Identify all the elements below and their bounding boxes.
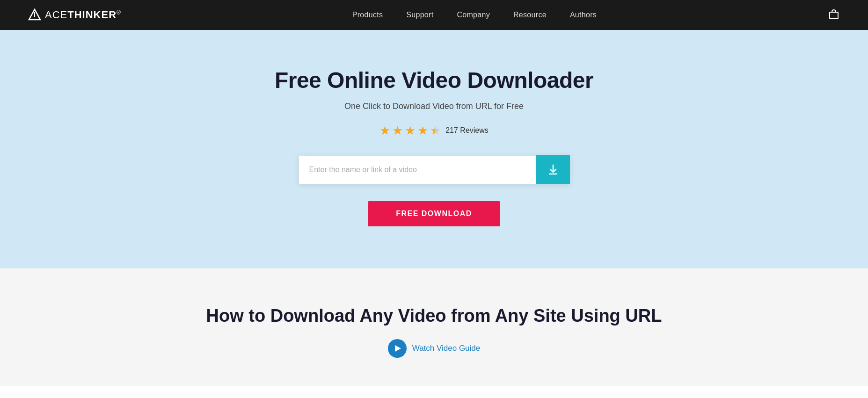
watch-guide-row: Watch Video Guide: [388, 339, 481, 358]
star-3: ★: [405, 124, 416, 137]
stars-row: ★ ★ ★ ★ ★ 217 Reviews: [379, 124, 489, 137]
play-icon: [395, 345, 401, 352]
nav-authors[interactable]: Authors: [570, 11, 597, 19]
hero-subtitle: One Click to Download Video from URL for…: [344, 101, 524, 111]
star-2: ★: [392, 124, 403, 137]
star-1: ★: [379, 124, 390, 137]
how-section: How to Download Any Video from Any Site …: [0, 268, 868, 386]
reviews-count: 217 Reviews: [445, 126, 489, 135]
search-bar: [299, 155, 570, 184]
nav-products[interactable]: Products: [352, 11, 383, 19]
how-title: How to Download Any Video from Any Site …: [206, 306, 662, 326]
nav-resource[interactable]: Resource: [513, 11, 547, 19]
free-download-button[interactable]: FREE DOWNLOAD: [368, 201, 500, 226]
hero-section: Free Online Video Downloader One Click t…: [0, 30, 868, 268]
nav-support[interactable]: Support: [406, 11, 433, 19]
star-4: ★: [417, 124, 428, 137]
download-icon: [547, 163, 560, 176]
logo-icon: [28, 8, 41, 22]
hero-title: Free Online Video Downloader: [275, 67, 593, 93]
logo-text: ACETHINKER®: [45, 9, 121, 21]
svg-rect-2: [830, 12, 838, 19]
navbar-nav: Products Support Company Resource Author…: [352, 11, 597, 19]
navbar: ACETHINKER® Products Support Company Res…: [0, 0, 868, 30]
search-download-button[interactable]: [536, 155, 570, 184]
stars-display: ★ ★ ★ ★ ★: [379, 124, 441, 137]
play-button[interactable]: [388, 339, 407, 358]
cart-icon[interactable]: [828, 8, 840, 22]
nav-company[interactable]: Company: [457, 11, 490, 19]
star-half: ★: [430, 124, 441, 137]
watch-guide-link[interactable]: Watch Video Guide: [412, 344, 481, 353]
logo[interactable]: ACETHINKER®: [28, 8, 121, 22]
search-input[interactable]: [299, 155, 536, 184]
